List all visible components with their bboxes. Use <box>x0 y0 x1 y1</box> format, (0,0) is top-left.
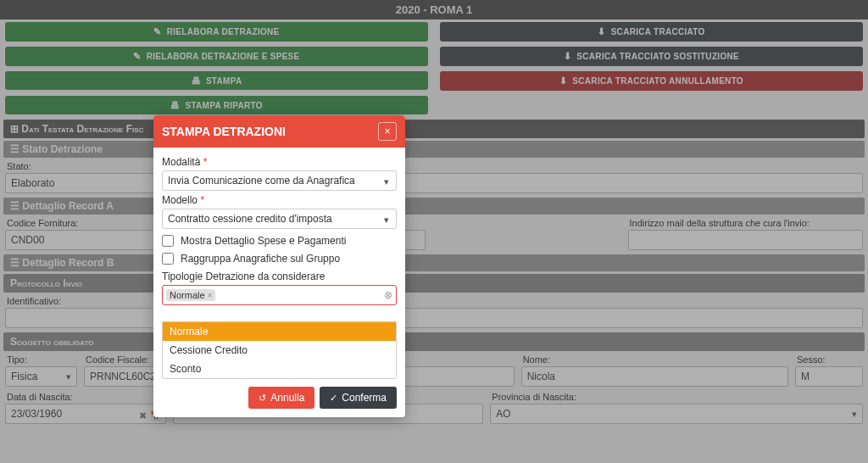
tipologie-dropdown: Normale Cessione Credito Sconto <box>162 321 397 379</box>
option-sconto[interactable]: Sconto <box>163 360 396 378</box>
mostra-dettaglio-checkbox[interactable]: Mostra Dettaglio Spese e Pagamenti <box>162 235 397 247</box>
check-icon: ✓ <box>330 393 337 404</box>
modello-label: Modello * <box>162 194 397 206</box>
button-label: Annulla <box>270 392 304 404</box>
annulla-button[interactable]: ↺Annulla <box>248 387 314 409</box>
checkbox-label: Mostra Dettaglio Spese e Pagamenti <box>181 235 346 247</box>
modal-overlay <box>0 0 868 463</box>
conferma-button[interactable]: ✓Conferma <box>320 387 397 409</box>
checkbox-label: Raggruppa Anagrafiche sul Gruppo <box>181 253 340 265</box>
tipologie-label: Tipologie Detrazione da considerare <box>162 271 397 282</box>
option-cessione-credito[interactable]: Cessione Credito <box>163 341 396 360</box>
option-normale[interactable]: Normale <box>163 322 396 341</box>
chip-remove-icon[interactable]: × <box>208 291 213 300</box>
modalita-label: Modalità * <box>162 156 397 168</box>
modal-title: STAMPA DETRAZIONI <box>162 125 286 138</box>
stampa-detrazioni-modal: STAMPA DETRAZIONI × Modalità * Invia Com… <box>153 115 405 417</box>
modal-close-button[interactable]: × <box>378 122 397 141</box>
modalita-select[interactable]: Invia Comunicazione come da Anagrafica <box>162 170 397 191</box>
tipologie-multiselect[interactable]: Normale × ⊗ <box>162 285 397 305</box>
button-label: Conferma <box>342 392 387 404</box>
clear-all-icon[interactable]: ⊗ <box>384 289 392 301</box>
undo-icon: ↺ <box>259 393 266 404</box>
chip-normale: Normale × <box>166 289 215 301</box>
raggruppa-checkbox[interactable]: Raggruppa Anagrafiche sul Gruppo <box>162 253 397 265</box>
modello-select[interactable]: Contratto cessione credito d'imposta <box>162 209 397 229</box>
modal-header: STAMPA DETRAZIONI × <box>153 115 405 148</box>
